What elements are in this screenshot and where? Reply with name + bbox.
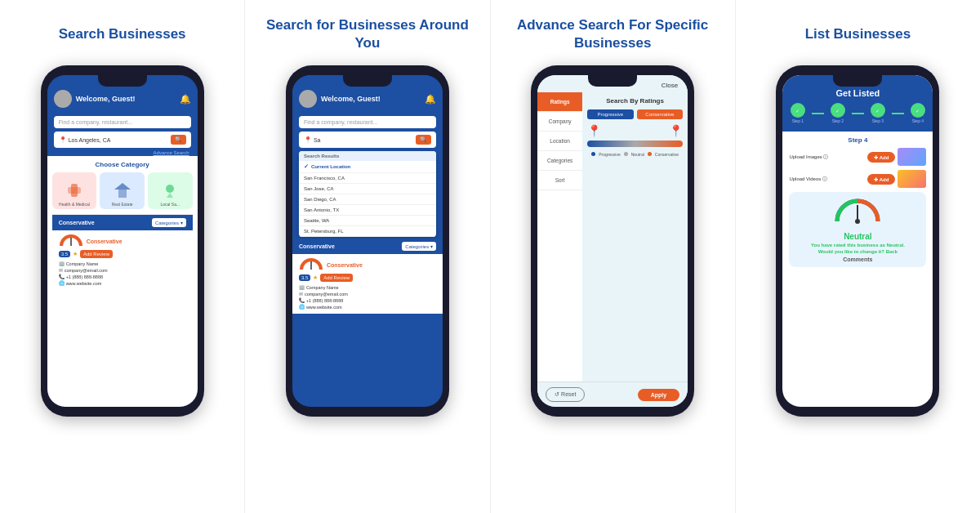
tab-company[interactable]: Company bbox=[537, 112, 582, 132]
tab-sort[interactable]: Sort bbox=[537, 171, 582, 190]
gauge-svg bbox=[833, 197, 882, 225]
panel-3-title: Advance Search For Specific Businesses bbox=[499, 15, 727, 54]
close-button[interactable]: Close bbox=[662, 82, 678, 89]
search-bar-2[interactable]: Find a company, restaurant... bbox=[299, 116, 436, 128]
progress-steps: ✓ Step 1 ✓ Step 2 ✓ Step 3 bbox=[789, 103, 926, 123]
tab-ratings[interactable]: Ratings bbox=[537, 92, 582, 112]
step-3-label: Step 3 bbox=[872, 118, 884, 123]
dropdown-item-current-location[interactable]: ✓ Current Location bbox=[299, 161, 436, 173]
email-icon-2: ✉ bbox=[299, 291, 303, 297]
building-icon: 🏢 bbox=[59, 261, 65, 266]
dropdown-sa-label: San Antonio, TX bbox=[304, 207, 339, 212]
back-link[interactable]: Back bbox=[886, 249, 898, 254]
dropdown-seattle-label: Seattle, WA bbox=[304, 218, 329, 223]
check-icon: ✓ bbox=[304, 163, 309, 170]
svg-rect-3 bbox=[118, 190, 127, 198]
add-review-btn-1[interactable]: Add Review bbox=[80, 250, 113, 258]
dropdown-item-sj[interactable]: San Jose, CA bbox=[299, 184, 436, 194]
add-images-btn[interactable]: ✚ Add bbox=[867, 152, 895, 163]
tab-location[interactable]: Location bbox=[537, 132, 582, 151]
tab-categories[interactable]: Categories bbox=[537, 151, 582, 171]
neutral-legend-label: Neutral bbox=[631, 152, 644, 157]
location-pin-icon-2: 📍 bbox=[304, 136, 312, 144]
welcome-text-2: Welcome, Guest! bbox=[321, 95, 381, 103]
panel-4-title: List Businesses bbox=[805, 15, 911, 54]
location-pin-icon: 📍 bbox=[59, 136, 67, 144]
avatar bbox=[54, 90, 72, 108]
panel-1-title: Search Businesses bbox=[59, 15, 186, 54]
advance-search-link-1[interactable]: Advance Search bbox=[56, 150, 189, 155]
category-card-realestate[interactable]: Real Estate bbox=[100, 172, 145, 209]
category-health-label: Health & Medical bbox=[59, 202, 90, 207]
choose-category-title: Choose Category bbox=[52, 161, 193, 168]
dropdown-item-sd[interactable]: San Diego, CA bbox=[299, 194, 436, 205]
company-phone-1: +1 (888) 888-8888 bbox=[66, 274, 103, 279]
advance-search-sidebar: Ratings Company Location Categories Sort bbox=[537, 92, 582, 381]
upload-images-row: Upload Images ⓘ ✚ Add bbox=[789, 148, 926, 166]
progressive-toggle-btn[interactable]: Progressive bbox=[587, 109, 634, 119]
gauge-row-1: Conservative bbox=[59, 234, 186, 248]
star-icon-2: ★ bbox=[313, 274, 318, 281]
apply-button[interactable]: Apply bbox=[638, 389, 679, 401]
search-button[interactable]: 🔍 bbox=[171, 135, 186, 145]
conservative-header-2: Conservative Categories ▾ bbox=[292, 239, 443, 254]
step-4-label: Step 4 bbox=[912, 118, 924, 123]
reset-button[interactable]: ↺ Reset bbox=[546, 387, 585, 402]
phone-4: Get Listed ✓ Step 1 ✓ Step 2 bbox=[776, 65, 939, 417]
step-3: ✓ bbox=[871, 103, 885, 118]
upload-videos-label: Upload Videos ⓘ bbox=[789, 176, 827, 183]
company-phone-2: +1 (888) 888-8888 bbox=[306, 298, 343, 303]
phone-4-notch bbox=[833, 75, 882, 87]
dropdown-item-seattle[interactable]: Seattle, WA bbox=[299, 216, 436, 226]
phone-2-screen: Welcome, Guest! 🔔 Find a company, restau… bbox=[292, 75, 443, 407]
step-2: ✓ bbox=[831, 103, 845, 118]
phone-icon: 📞 bbox=[59, 274, 65, 279]
step-line-3 bbox=[892, 113, 904, 114]
web-icon: 🌐 bbox=[59, 280, 65, 286]
ratings-bar bbox=[587, 141, 683, 147]
video-thumbnail bbox=[898, 170, 926, 188]
get-listed-title: Get Listed bbox=[789, 88, 926, 98]
panel-search-businesses: Search Businesses Welcome, Guest! 🔔 Find… bbox=[0, 0, 245, 513]
rating-row-2: 3.5 ★ Add Review bbox=[299, 274, 436, 282]
phone-2-notch bbox=[343, 75, 392, 87]
panel-list-businesses: List Businesses Get Listed ✓ Step 1 ✓ St… bbox=[736, 0, 980, 513]
search-button-2[interactable]: 🔍 bbox=[416, 135, 431, 145]
svg-rect-1 bbox=[68, 187, 81, 194]
location-query[interactable]: Sa bbox=[314, 137, 321, 143]
conservative-toggle-btn[interactable]: Conservative bbox=[637, 109, 684, 119]
email-icon: ✉ bbox=[59, 267, 63, 273]
gauge-section: Neutral You have rated this business as … bbox=[789, 192, 926, 267]
categories-dropdown-btn-2[interactable]: Categories ▾ bbox=[402, 242, 436, 251]
upload-images-label: Upload Images ⓘ bbox=[789, 154, 828, 161]
change-text: Would you like to change it? bbox=[818, 249, 884, 254]
add-review-btn-2[interactable]: Add Review bbox=[320, 274, 353, 282]
dropdown-item-sa[interactable]: San Antonio, TX bbox=[299, 205, 436, 216]
bell-icon[interactable]: 🔔 bbox=[180, 94, 191, 105]
add-videos-btn[interactable]: ✚ Add bbox=[867, 174, 895, 185]
bell-icon-2[interactable]: 🔔 bbox=[425, 94, 436, 105]
conservative-section-1: Conservative Categories ▾ Conservative bbox=[52, 214, 193, 290]
dropdown-sd-label: San Diego, CA bbox=[304, 197, 336, 202]
conservative-label-1: Conservative bbox=[59, 220, 95, 225]
step4-label: Step 4 bbox=[789, 136, 926, 144]
category-card-local[interactable]: Local Sa... bbox=[148, 172, 193, 209]
choose-category-section: Choose Category Health & Medical Real Es… bbox=[47, 156, 198, 407]
phone-1-notch bbox=[98, 75, 147, 87]
category-card-health[interactable]: Health & Medical bbox=[52, 172, 97, 209]
upload-videos-row: Upload Videos ⓘ ✚ Add bbox=[789, 170, 926, 188]
step-1: ✓ bbox=[791, 103, 805, 118]
step-3-wrap: ✓ Step 3 bbox=[871, 103, 885, 123]
step-1-wrap: ✓ Step 1 bbox=[791, 103, 805, 123]
svg-point-4 bbox=[166, 185, 174, 193]
conservative-pin-icon: 📍 bbox=[669, 124, 683, 137]
categories-dropdown-btn-1[interactable]: Categories ▾ bbox=[152, 218, 186, 227]
phone-3-screen: Close Ratings Company Location Categorie… bbox=[537, 75, 688, 407]
phone-icon-2: 📞 bbox=[299, 297, 305, 303]
company-info-1: 🏢Company Name ✉company@email.com 📞+1 (88… bbox=[59, 261, 186, 286]
search-bar-1[interactable]: Find a company, restaurant... bbox=[54, 116, 191, 128]
dropdown-item-stpete[interactable]: St. Petersburg, FL bbox=[299, 226, 436, 237]
dropdown-item-sf[interactable]: San Francisco, CA bbox=[299, 173, 436, 184]
dropdown-current-label: Current Location bbox=[311, 164, 350, 169]
dropdown-stpete-label: St. Petersburg, FL bbox=[304, 229, 344, 234]
